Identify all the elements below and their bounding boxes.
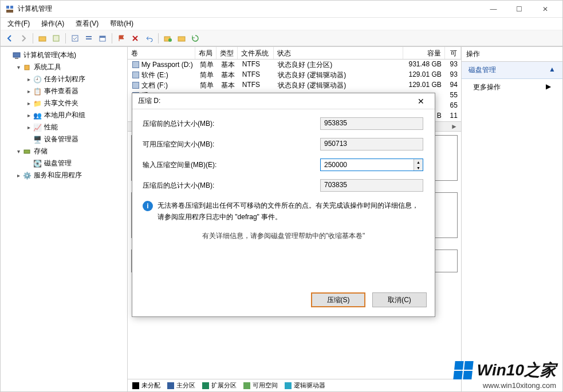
shrink-button[interactable]: 压缩(S) (311, 292, 365, 307)
svg-rect-1 (10, 6, 13, 9)
shrink-dialog: 压缩 D: ✕ 压缩前的总计大小(MB): 953835 可用压缩空间大小(MB… (132, 93, 435, 317)
clock-icon: 🕘 (33, 75, 42, 84)
svg-rect-5 (72, 35, 78, 41)
back-icon[interactable] (4, 33, 15, 44)
folder-icon[interactable] (37, 33, 48, 44)
label-total-before: 压缩前的总计大小(MB): (143, 119, 320, 129)
tree-device-manager[interactable]: 🖥️设备管理器 (22, 133, 126, 145)
col-status[interactable]: 状态 (274, 47, 403, 59)
info-text-2: 有关详细信息，请参阅磁盘管理帮助中的"收缩基本卷" (143, 231, 424, 241)
svg-rect-0 (6, 6, 9, 9)
svg-rect-13 (13, 53, 20, 57)
tree-storage[interactable]: ▾ 存储 (12, 145, 126, 157)
checkbox-icon[interactable] (69, 33, 81, 44)
props-icon[interactable] (50, 33, 62, 44)
delete-icon[interactable] (129, 33, 141, 44)
tree-label: 存储 (34, 146, 48, 156)
computer-icon (12, 51, 21, 60)
svg-rect-4 (53, 35, 59, 41)
services-icon: ⚙️ (22, 171, 32, 180)
svg-rect-7 (86, 38, 92, 39)
col-free[interactable]: 可 (445, 47, 461, 59)
shrink-amount-input[interactable] (321, 159, 414, 171)
disk-icon: 💽 (33, 159, 42, 168)
dialog-title: 压缩 D: (138, 96, 160, 106)
value-total-after: 703835 (320, 179, 423, 192)
tree-performance[interactable]: ▸📈性能 (22, 121, 126, 133)
col-capacity[interactable]: 容量 (403, 47, 445, 59)
info-icon: i (143, 201, 153, 211)
window-title: 计算机管理 (18, 4, 52, 14)
tree-system-tools[interactable]: ▾ 系统工具 (12, 61, 126, 73)
spin-up-button[interactable]: ▲ (414, 159, 423, 165)
volume-icon (132, 61, 139, 68)
tree-label: 计算机管理(本地) (23, 50, 76, 60)
open-folder-icon[interactable] (176, 33, 187, 44)
titlebar: 计算机管理 — ☐ ✕ (1, 1, 562, 18)
tree-disk-management[interactable]: 💽磁盘管理 (22, 157, 126, 169)
calendar-icon[interactable] (97, 33, 108, 44)
tree-label: 系统工具 (34, 62, 61, 72)
users-icon: 👥 (33, 111, 42, 120)
svg-rect-3 (39, 37, 46, 41)
actions-header: 操作 (462, 47, 562, 62)
menu-view[interactable]: 查看(V) (71, 18, 103, 30)
refresh-icon[interactable] (190, 33, 201, 44)
menubar: 文件(F) 操作(A) 查看(V) 帮助(H) (1, 18, 562, 30)
tree-panel[interactable]: 计算机管理(本地) ▾ 系统工具 ▸🕘任务计划程序 ▸📋事件查看器 ▸📁共享文件… (1, 47, 128, 391)
device-icon: 🖥️ (33, 135, 42, 144)
cancel-button[interactable]: 取消(C) (372, 292, 427, 307)
legend-item: 逻辑驱动器 (285, 381, 325, 390)
minimize-button[interactable]: — (481, 1, 506, 17)
close-button[interactable]: ✕ (532, 1, 558, 17)
table-row[interactable]: 软件 (E:)简单基本NTFS状态良好 (逻辑驱动器)129.01 GB93 (128, 70, 461, 80)
col-fs[interactable]: 文件系统 (238, 47, 273, 59)
menu-action[interactable]: 操作(A) (37, 18, 69, 30)
new-folder-icon[interactable] (162, 33, 174, 44)
svg-point-11 (168, 38, 172, 42)
tree-label: 性能 (44, 122, 58, 132)
tree-event-viewer[interactable]: ▸📋事件查看器 (22, 85, 126, 97)
tree-label: 共享文件夹 (44, 98, 78, 108)
actions-category[interactable]: 磁盘管理 ▲ (462, 62, 562, 79)
event-icon: 📋 (33, 87, 42, 96)
col-volume[interactable]: 卷 (128, 47, 195, 59)
actions-panel: 操作 磁盘管理 ▲ 更多操作 ▶ (462, 47, 562, 391)
table-row[interactable]: 文档 (F:)简单基本NTFS状态良好 (逻辑驱动器)129.01 GB94 (128, 80, 461, 90)
flag-icon[interactable] (116, 33, 127, 44)
tree-users-groups[interactable]: ▸👥本地用户和组 (22, 109, 126, 121)
legend-item: 主分区 (167, 381, 195, 390)
label-shrink-amount: 输入压缩空间量(MB)(E): (143, 160, 320, 170)
tree-shared-folders[interactable]: ▸📁共享文件夹 (22, 97, 126, 109)
dialog-close-button[interactable]: ✕ (413, 95, 429, 108)
actions-more[interactable]: 更多操作 ▶ (462, 79, 562, 96)
toolbar (1, 30, 562, 46)
app-icon (5, 5, 14, 14)
svg-rect-9 (100, 36, 105, 38)
svg-rect-6 (86, 36, 92, 37)
menu-file[interactable]: 文件(F) (3, 18, 34, 30)
info-text-1: 无法将卷压缩到超出任何不可移动的文件所在的点。有关完成该操作时间的详细信息，请参… (158, 200, 424, 223)
menu-help[interactable]: 帮助(H) (105, 18, 138, 30)
tree-label: 任务计划程序 (44, 74, 85, 84)
spin-down-button[interactable]: ▼ (414, 165, 423, 171)
undo-icon[interactable] (143, 33, 155, 44)
table-row[interactable]: My Passport (D:)简单基本NTFS状态良好 (主分区)931.48… (128, 60, 461, 70)
list-icon[interactable] (83, 33, 95, 44)
svg-rect-16 (24, 150, 30, 153)
maximize-button[interactable]: ☐ (506, 1, 532, 17)
svg-rect-14 (15, 58, 18, 59)
wrench-icon (22, 63, 32, 72)
forward-icon[interactable] (18, 33, 29, 44)
col-type[interactable]: 类型 (216, 47, 238, 59)
tree-task-scheduler[interactable]: ▸🕘任务计划程序 (22, 73, 126, 85)
legend: 未分配主分区扩展分区可用空间逻辑驱动器 (128, 379, 461, 391)
tree-root[interactable]: 计算机管理(本地) (2, 49, 126, 61)
value-total-before: 953835 (320, 117, 423, 130)
label-available: 可用压缩空间大小(MB): (143, 140, 320, 149)
legend-item: 可用空间 (243, 381, 278, 390)
tree-services[interactable]: ▸ ⚙️ 服务和应用程序 (12, 169, 126, 181)
tree-label: 服务和应用程序 (34, 171, 82, 180)
perf-icon: 📈 (33, 123, 42, 132)
col-layout[interactable]: 布局 (195, 47, 216, 59)
